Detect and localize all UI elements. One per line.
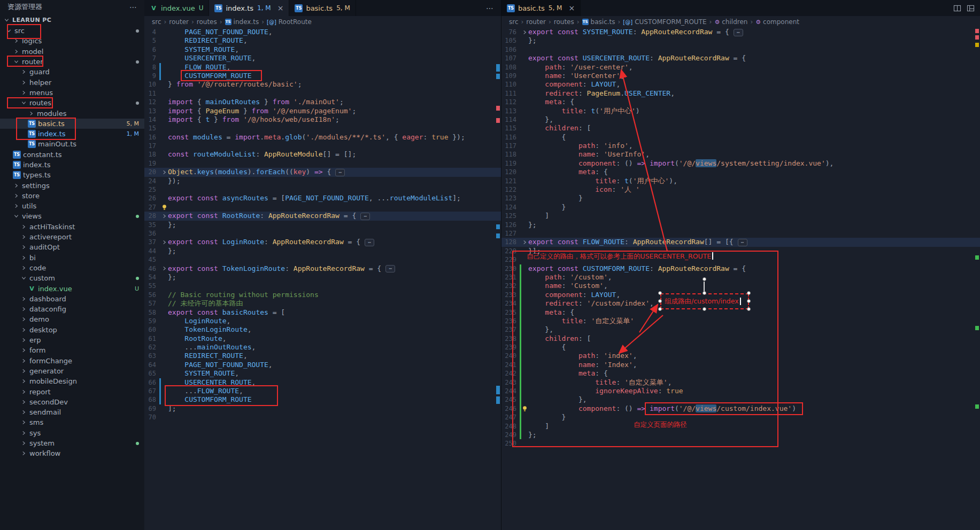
line-number[interactable]: 35 — [144, 221, 159, 229]
line-number[interactable]: 69 — [144, 404, 159, 413]
line-number[interactable]: 20 — [144, 168, 159, 176]
line-number[interactable]: 6 — [144, 45, 159, 54]
line-number[interactable]: 228 — [501, 247, 520, 255]
tree-item-generator[interactable]: generator — [0, 366, 144, 376]
tree-item-guard[interactable]: guard — [0, 67, 144, 77]
line-number[interactable]: 117 — [501, 142, 520, 150]
code-line-250[interactable]: 250 — [501, 439, 980, 448]
tree-item-index.ts[interactable]: TSindex.ts1, M — [0, 129, 144, 139]
code-line-65[interactable]: 65 SYSTEM_ROUTE, — [144, 369, 501, 378]
tree-item-routes[interactable]: routes — [0, 98, 144, 108]
line-number[interactable]: 239 — [501, 343, 520, 352]
tree-item-views[interactable]: views — [0, 211, 144, 221]
fold-chevron-icon[interactable] — [521, 28, 528, 36]
tree-item-logics[interactable]: logics — [0, 36, 144, 46]
line-number[interactable]: 70 — [144, 413, 159, 422]
code-line-7[interactable]: 7 USERCENTER_ROUTE, — [144, 54, 501, 63]
code-line-231[interactable]: 231 path: '/custom', — [501, 273, 980, 282]
code-line-108[interactable]: 108 path: '/user-center', — [501, 63, 980, 72]
breadcrumb-item-routes[interactable]: routes — [197, 18, 217, 26]
line-number[interactable]: 241 — [501, 361, 520, 369]
breadcrumb-item-CUSTOMFORM_ROUTE[interactable]: [@]CUSTOMFORM_ROUTE — [623, 18, 706, 26]
code-line-126[interactable]: 126}; — [501, 221, 980, 229]
fold-chevron-icon[interactable] — [521, 238, 528, 246]
line-number[interactable]: 127 — [501, 229, 520, 238]
code-line-239[interactable]: 239 { — [501, 343, 980, 352]
code-line-11[interactable]: 11 — [144, 89, 501, 98]
line-number[interactable]: 11 — [144, 89, 159, 98]
tree-item-index.ts[interactable]: TSindex.ts — [0, 160, 144, 170]
code-line-238[interactable]: 238 children: [ — [501, 334, 980, 343]
line-number[interactable]: 235 — [501, 308, 520, 317]
code-line-118[interactable]: 118 name: 'UserInfo', — [501, 150, 980, 159]
code-line-63[interactable]: 63 REDIRECT_ROUTE, — [144, 352, 501, 360]
line-number[interactable]: 109 — [501, 72, 520, 80]
code-line-8[interactable]: 8 FLOW_ROUTE, — [144, 63, 501, 72]
line-number[interactable]: 17 — [144, 142, 159, 150]
line-number[interactable]: 54 — [144, 273, 159, 282]
tree-item-erp[interactable]: erp — [0, 335, 144, 345]
line-number[interactable]: 115 — [501, 124, 520, 132]
line-number[interactable]: 120 — [501, 168, 520, 176]
code-line-248[interactable]: 248 ] — [501, 422, 980, 431]
line-number[interactable]: 12 — [144, 98, 159, 106]
code-line-20[interactable]: 20Object.keys(modules).forEach((key) => … — [144, 168, 501, 176]
code-line-115[interactable]: 115 children: [ — [501, 124, 980, 132]
line-number[interactable]: 57 — [144, 299, 159, 308]
code-line-242[interactable]: 242 meta: { — [501, 369, 980, 378]
code-line-58[interactable]: 58export const basicRoutes = [ — [144, 308, 501, 317]
line-number[interactable]: 65 — [144, 369, 159, 378]
code-line-127[interactable]: 127 — [501, 229, 980, 238]
code-line-9[interactable]: 9 CUSTOMFORM_ROUTE — [144, 72, 501, 80]
tree-item-router[interactable]: router — [0, 57, 144, 67]
code-line-27[interactable]: 27 — [144, 203, 501, 212]
code-line-17[interactable]: 17 — [144, 142, 501, 150]
code-line-246[interactable]: 246 component: () => import('/@/views/cu… — [501, 404, 980, 413]
line-number[interactable]: 125 — [501, 212, 520, 220]
tree-item-sys[interactable]: sys — [0, 428, 144, 438]
line-number[interactable]: 231 — [501, 273, 520, 282]
line-number[interactable]: 110 — [501, 80, 520, 89]
code-line-35[interactable]: 35}; — [144, 221, 501, 229]
line-number[interactable]: 238 — [501, 334, 520, 343]
tree-item-constant.ts[interactable]: TSconstant.ts — [0, 150, 144, 160]
tab-index.ts[interactable]: TSindex.ts1, M× — [209, 0, 289, 16]
code-line-241[interactable]: 241 name: 'Index', — [501, 361, 980, 369]
code-line-56[interactable]: 56// Basic routing without permissions — [144, 291, 501, 299]
folded-region-badge[interactable]: ⋯ — [734, 29, 743, 36]
code-line-76[interactable]: 76export const SYSTEM_ROUTE: AppRouteRec… — [501, 28, 980, 36]
line-number[interactable]: 248 — [501, 422, 520, 431]
line-number[interactable]: 113 — [501, 107, 520, 115]
folded-region-badge[interactable]: ⋯ — [385, 265, 395, 272]
lightbulb-icon[interactable] — [161, 203, 168, 212]
code-line-61[interactable]: 61 RootRoute, — [144, 334, 501, 343]
tree-item-utils[interactable]: utils — [0, 201, 144, 211]
line-number[interactable]: 123 — [501, 194, 520, 202]
code-line-4[interactable]: 4 PAGE_NOT_FOUND_ROUTE, — [144, 28, 501, 36]
code-line-6[interactable]: 6 SYSTEM_ROUTE, — [144, 45, 501, 54]
tree-item-menus[interactable]: menus — [0, 88, 144, 98]
breadcrumb-item-src[interactable]: src — [152, 18, 161, 26]
code-line-113[interactable]: 113 title: t('用户中心') — [501, 107, 980, 115]
code-line-119[interactable]: 119 component: () => import('/@/views/sy… — [501, 159, 980, 168]
line-number[interactable]: 122 — [501, 185, 520, 194]
line-number[interactable]: 64 — [144, 361, 159, 369]
tree-item-code[interactable]: code — [0, 263, 144, 273]
line-number[interactable]: 249 — [501, 431, 520, 439]
breadcrumb-item-basic.ts[interactable]: TSbasic.ts — [582, 18, 615, 26]
code-line-66[interactable]: 66 USERCENTER_ROUTE, — [144, 378, 501, 387]
line-number[interactable]: 8 — [144, 63, 159, 72]
folded-region-badge[interactable]: ⋯ — [335, 169, 345, 176]
fold-chevron-icon[interactable] — [161, 168, 168, 176]
tree-item-form[interactable]: form — [0, 345, 144, 355]
breadcrumb-item-RootRoute[interactable]: [@]RootRoute — [267, 18, 312, 26]
line-number[interactable]: 25 — [144, 185, 159, 194]
line-number[interactable]: 119 — [501, 159, 520, 168]
tree-item-actHiTaskinst[interactable]: actHiTaskinst — [0, 222, 144, 232]
code-line-37[interactable]: 37export const LoginRoute: AppRouteRecor… — [144, 238, 501, 246]
line-number[interactable]: 236 — [501, 317, 520, 325]
code-line-19[interactable]: 19 — [144, 159, 501, 168]
code-line-128[interactable]: 128export const FLOW_ROUTE: AppRouteReco… — [501, 238, 980, 246]
tree-item-helper[interactable]: helper — [0, 77, 144, 87]
code-line-234[interactable]: 234 redirect: '/custom/index', — [501, 299, 980, 308]
